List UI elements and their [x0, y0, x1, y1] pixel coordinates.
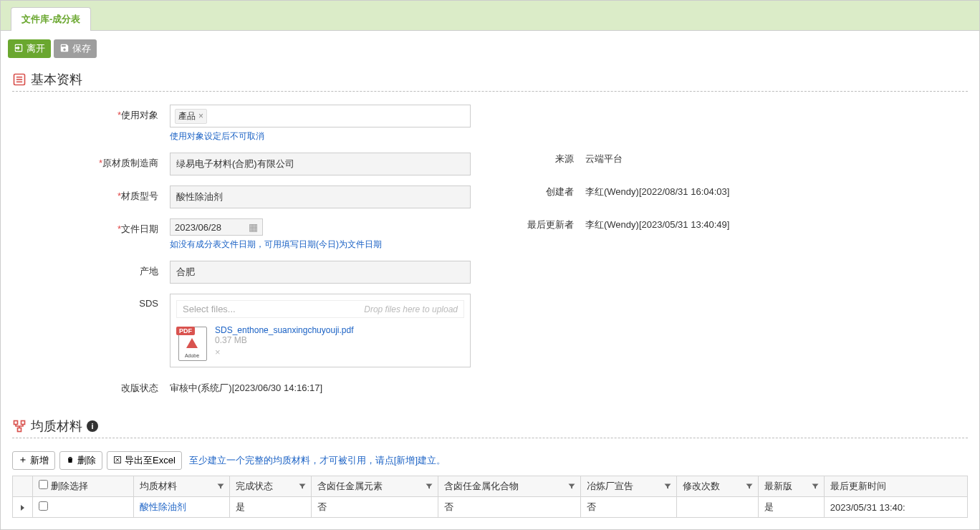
add-label: 新增 [30, 454, 49, 467]
save-icon [59, 43, 69, 55]
origin-label: 产地 [12, 261, 170, 278]
cell-halogen-elem: 否 [311, 497, 438, 518]
select-files-button[interactable]: Select files... [183, 304, 236, 314]
col-material[interactable]: 均质材料 [133, 476, 230, 497]
cell-smelter: 否 [580, 497, 677, 518]
col-expand [13, 476, 33, 497]
divider [12, 91, 968, 92]
updater-value: 李红(Wendy)[2023/05/31 13:40:49] [585, 218, 968, 231]
remove-tag-icon[interactable]: × [198, 111, 203, 121]
col-complete[interactable]: 完成状态 [230, 476, 311, 497]
export-excel-button[interactable]: 导出至Excel [107, 451, 182, 470]
doc-date-value: 2023/06/28 [175, 222, 221, 233]
info-icon[interactable]: i [87, 420, 98, 432]
drop-hint: Drop files here to upload [364, 304, 458, 314]
model-field: 酸性除油剂 [170, 186, 471, 208]
delete-label: 删除 [77, 454, 96, 467]
filter-icon[interactable] [811, 482, 820, 491]
trash-icon [66, 456, 75, 466]
creator-value: 李红(Wendy)[2022/08/31 16:04:03] [585, 186, 968, 198]
filter-icon[interactable] [745, 482, 754, 491]
filter-icon[interactable] [425, 482, 433, 491]
leave-label: 离开 [27, 42, 45, 55]
tab-composition[interactable]: 文件库-成分表 [11, 7, 91, 31]
col-halogen-comp[interactable]: 含卤任金属化合物 [438, 476, 581, 497]
source-value: 云端平台 [585, 153, 968, 165]
leave-button[interactable]: 离开 [8, 39, 51, 58]
col-halogen-elem[interactable]: 含卤任金属元素 [311, 476, 438, 497]
section-basic-title: 基本资料 [12, 71, 968, 88]
apply-to-label: *使用对象 [12, 105, 170, 122]
uploaded-file: PDF Adobe SDS_enthone_suanxingchuyouji.p… [176, 325, 464, 361]
origin-field: 合肥 [170, 261, 471, 284]
logout-icon [14, 43, 24, 55]
save-label: 保存 [72, 42, 91, 55]
manufacturer-field: 绿易电子材料(合肥)有限公司 [170, 153, 471, 175]
select-all-checkbox[interactable] [39, 480, 48, 489]
source-label: 来源 [485, 153, 585, 165]
file-name-link[interactable]: SDS_enthone_suanxingchuyouji.pdf [215, 325, 353, 335]
sds-upload: Select files... Drop files here to uploa… [170, 294, 471, 367]
filter-icon[interactable] [663, 482, 672, 491]
section-basic-label: 基本资料 [31, 71, 82, 88]
model-label: *材质型号 [12, 186, 170, 203]
doc-date-field[interactable]: 2023/06/28 ▦ [170, 218, 263, 236]
filter-icon[interactable] [298, 482, 307, 491]
row-checkbox[interactable] [39, 501, 48, 511]
save-button[interactable]: 保存 [54, 39, 97, 58]
col-smelter[interactable]: 冶炼厂宣告 [580, 476, 677, 497]
rev-status-label: 改版状态 [12, 377, 170, 395]
rev-status-value: 审核中(系统厂)[2023/06/30 14:16:17] [170, 377, 485, 395]
tree-icon [12, 419, 27, 433]
material-link[interactable]: 酸性除油剂 [140, 501, 186, 512]
col-last-update[interactable]: 最后更新时间 [824, 476, 967, 497]
hm-hint: 至少建立一个完整的均质材料，才可被引用，请点[新增]建立。 [189, 454, 446, 467]
doc-date-hint: 如没有成分表文件日期，可用填写日期(今日)为文件日期 [170, 238, 485, 251]
filter-icon[interactable] [567, 482, 576, 491]
delete-button[interactable]: 删除 [59, 451, 102, 470]
cell-mod-count [677, 497, 758, 518]
remove-file-icon[interactable]: × [215, 347, 221, 357]
apply-to-input[interactable]: 產品 × [170, 105, 471, 127]
col-del-sel[interactable]: 删除选择 [33, 476, 134, 497]
table-row[interactable]: 酸性除油剂 是 否 否 否 是 2023/05/31 13:40: [13, 497, 968, 518]
cell-halogen-comp: 否 [438, 497, 581, 518]
add-button[interactable]: 新增 [12, 451, 55, 470]
export-label: 导出至Excel [125, 454, 176, 467]
plus-icon [19, 456, 27, 466]
section-hm-title: 均质材料 i [12, 418, 968, 435]
cell-complete: 是 [230, 497, 311, 518]
filter-icon[interactable] [216, 482, 225, 491]
cell-last-update: 2023/05/31 13:40: [824, 497, 967, 518]
apply-to-hint: 使用对象设定后不可取消 [170, 130, 485, 143]
list-icon [12, 72, 27, 87]
cell-latest: 是 [758, 497, 824, 518]
col-latest[interactable]: 最新版 [758, 476, 824, 497]
svg-rect-6 [18, 428, 21, 432]
svg-rect-4 [14, 421, 18, 425]
expand-row-icon[interactable] [21, 505, 24, 511]
tab-bar: 文件库-成分表 [1, 1, 979, 31]
manufacturer-label: *原材质制造商 [12, 153, 170, 170]
apply-to-tag: 產品 × [175, 109, 207, 124]
divider [12, 438, 968, 438]
sds-label: SDS [12, 294, 170, 309]
updater-label: 最后更新者 [485, 218, 585, 231]
action-bar: 离开 保存 [1, 31, 979, 67]
pdf-icon: PDF Adobe [176, 325, 208, 361]
hm-table: 删除选择 均质材料 完成状态 含卤任金属元素 含卤任金属化合物 冶炼厂宣告 修改… [12, 476, 968, 518]
creator-label: 创建者 [485, 186, 585, 198]
excel-icon [113, 456, 122, 466]
svg-rect-5 [21, 421, 25, 425]
col-mod-count[interactable]: 修改次数 [677, 476, 758, 497]
doc-date-label: *文件日期 [12, 218, 170, 236]
calendar-icon[interactable]: ▦ [249, 221, 258, 233]
file-size: 0.37 MB [215, 335, 353, 345]
section-hm-label: 均质材料 [31, 418, 82, 435]
